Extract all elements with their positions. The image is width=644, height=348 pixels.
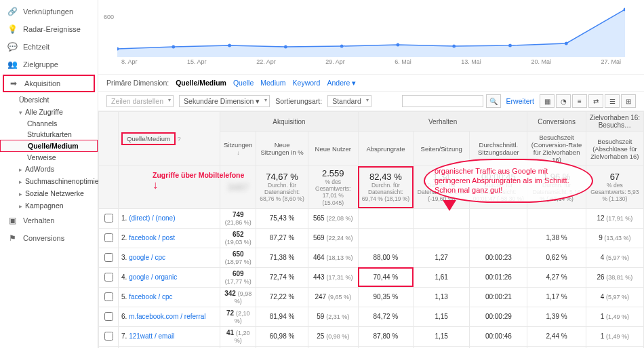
table-row[interactable]: 3. google / cpc 650 (18,97 %) 71,38 % 46… [99,248,644,267]
view-pivot-icon[interactable]: ⊞ [621,94,636,108]
row-checkbox[interactable] [104,312,113,321]
row-checkbox[interactable] [104,332,113,341]
group-verhalten: Verhalten [358,112,527,132]
cell-dimension: 7. 121watt / email [119,326,220,346]
subnav-alle-zugriffe[interactable]: Alle Zugriffe [0,106,98,118]
dim-quelle-medium[interactable]: Quelle/Medium [176,79,226,87]
cell-neue-sitz: 75,43 % [256,208,308,228]
row-checkbox[interactable] [104,292,113,301]
nav-verknuepfungen[interactable]: 🔗Verknüpfungen [0,3,98,20]
table-row[interactable]: 2. facebook / post 652 (19,03 %) 87,27 %… [99,228,644,248]
view-percent-icon[interactable]: ◔ [556,94,571,108]
table-row[interactable]: 4. google / organic 609 (17,77 %) 72,74 … [99,267,644,287]
dim-andere[interactable]: Andere ▾ [327,79,356,87]
dim-keyword[interactable]: Keyword [293,79,321,87]
sort-select[interactable]: Standard [327,95,371,107]
svg-point-6 [452,45,456,48]
svg-point-4 [340,45,344,48]
dim-quelle[interactable]: Quelle [233,79,254,87]
summary-absprung: 82,43 %Durchn. für Datenansicht: 69,74 %… [358,166,413,209]
dimension-link[interactable]: 121watt / email [129,332,174,340]
cell-neue-sitz: 81,94 % [256,307,308,326]
subnav-quelle-medium[interactable]: Quelle/Medium [0,140,98,152]
nav-conversions[interactable]: ⚑Conversions [0,229,98,247]
dimension-link[interactable]: facebook / post [129,234,175,241]
subnav-uebersicht[interactable]: Übersicht [0,94,98,106]
subnav-verweise[interactable]: Verweise [0,152,98,163]
search-icon: 🔍 [489,98,498,105]
main: 600 8. Apr15. Apr22. Apr29. Apr6. Mai13.… [98,0,644,348]
group-zielvorhaben[interactable]: Zielvorhaben 16: Besuchs… [586,112,643,132]
table-row[interactable]: 5. facebook / cpc 342 (9,98 %) 72,22 % 2… [99,287,644,307]
line-chart[interactable] [117,4,625,57]
table-row[interactable]: 7. 121watt / email 41 (1,20 %) 60,98 % 2… [99,326,644,346]
subnav-soziale[interactable]: Soziale Netzwerke [0,187,98,199]
arrow-icon: ➡ [8,79,19,88]
col-seiten-sitzung[interactable]: Seiten/Sitzung [414,132,470,166]
cell-neue-nutzer: 59 (2,31 %) [308,307,358,326]
col-dimension-header[interactable]: Quelle/Medium ? [119,112,220,166]
cell-dimension: 5. facebook / cpc [119,287,220,307]
bulb-icon: 💡 [7,24,18,34]
col-sitzungen[interactable]: Sitzungen ↓ [220,132,256,166]
search-button[interactable]: 🔍 [486,94,501,108]
table-row[interactable]: 6. m.facebook.com / referral 72 (2,10 %)… [99,307,644,326]
cell-neue-nutzer: 443 (17,31 %) [308,267,358,287]
col-absprungrate[interactable]: Absprungrate [358,132,413,166]
view-performance-icon[interactable]: ≡ [572,94,587,108]
nav-radar[interactable]: 💡Radar-Ereignisse [0,20,98,38]
nav-label: Echtzeit [23,43,49,51]
chart-y-label: 600 [104,14,114,20]
row-checkbox[interactable] [104,214,113,223]
row-checkbox[interactable] [104,273,113,282]
dimension-link[interactable]: facebook / cpc [129,293,172,301]
col-abschluesse[interactable]: Besuchszeit (Abschlüsse für Zielvorhaben… [586,132,643,166]
cell-sitzungen: 342 (9,98 %) [220,287,256,307]
dimension-link[interactable]: google / organic [129,273,177,281]
subnav-strukturkarten[interactable]: Strukturkarten [0,129,98,140]
row-checkbox[interactable] [104,233,113,242]
col-dauer[interactable]: Durchschnittl. Sitzungsdauer [470,132,527,166]
row-checkbox[interactable] [104,253,113,262]
cell-sitzungen: 41 (1,20 %) [220,326,256,346]
col-conv-rate[interactable]: Besuchszeit (Conversion-Rate für Zielvor… [527,132,586,166]
cell-neue-nutzer: 464 (18,13 %) [308,248,358,267]
col-neue-sitzungen[interactable]: Neue Sitzungen in % [256,132,308,166]
cell-dimension: 1. (direct) / (none) [119,208,220,228]
cell-abschl: 4 (5,97 %) [586,248,643,267]
subnav-seo[interactable]: Suchmaschinenoptimierung [0,175,98,187]
search-input[interactable] [402,95,483,107]
rows-display[interactable]: Zeilen darstellen [106,95,174,107]
cell-conv-rate: 1,38 % [527,228,586,248]
nav-label: Verhalten [23,216,54,225]
cell-neue-nutzer: 25 (0,98 %) [308,326,358,346]
nav-akquisition[interactable]: ➡Akquisition [3,75,95,92]
svg-point-8 [565,42,568,45]
secondary-dimension-select[interactable]: Sekundäre Dimension ▾ [179,95,270,107]
nav-echtzeit[interactable]: 💬Echtzeit [0,38,98,56]
cell-conv-rate: 1,39 % [527,307,586,326]
view-comparison-icon[interactable]: ⇄ [588,94,603,108]
col-neue-nutzer[interactable]: Neue Nutzer [308,132,358,166]
subnav-channels[interactable]: Channels [0,118,98,129]
dimension-link[interactable]: m.facebook.com / referral [129,313,205,320]
cell-abschl: 12 (17,91 %) [586,208,643,228]
dim-medium[interactable]: Medium [260,79,285,87]
cell-sitzungen: 650 (18,97 %) [220,248,256,267]
subnav-kampagnen[interactable]: Kampagnen [0,199,98,212]
nav-verhalten[interactable]: ▣Verhalten [0,212,98,229]
cell-abschl: 1 (1,49 %) [586,307,643,326]
view-term-icon[interactable]: ☰ [605,94,620,108]
view-table-icon[interactable]: ▦ [540,94,555,108]
cell-abschl: 1 (1,49 %) [586,326,643,346]
cell-absprung: 84,72 % [358,307,413,326]
advanced-link[interactable]: Erweitert [506,97,534,105]
table-row[interactable]: 1. (direct) / (none) 749 (21,86 %) 75,43… [99,208,644,228]
subnav-adwords[interactable]: AdWords [0,163,98,175]
nav-zielgruppe[interactable]: 👥Zielgruppe [0,56,98,73]
cell-abschl: 9 (13,43 %) [586,228,643,248]
dimension-link[interactable]: (direct) / (none) [129,214,175,222]
cell-absprung: 88,00 % [358,248,413,267]
dimension-link[interactable]: google / cpc [129,254,165,261]
svg-point-5 [396,43,399,47]
